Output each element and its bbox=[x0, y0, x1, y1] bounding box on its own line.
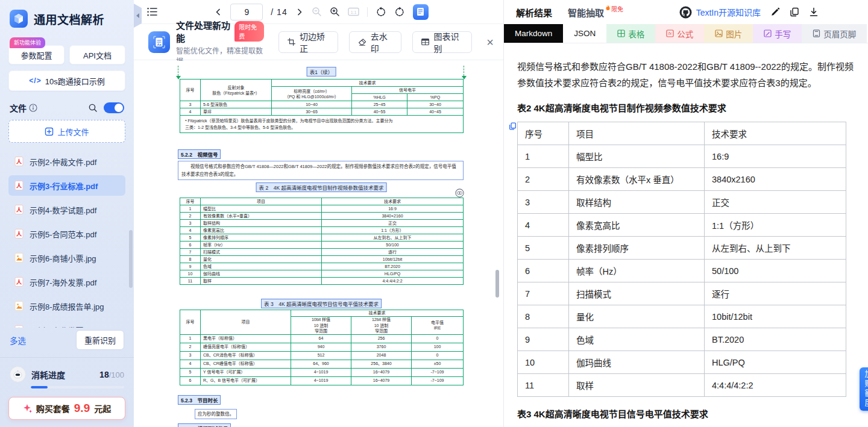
tab-label: 页眉页脚 bbox=[823, 28, 856, 40]
table-row: 6帧率（Hz）50/100 bbox=[518, 260, 846, 282]
tab-tables[interactable]: 表格 bbox=[606, 24, 655, 43]
tab-handwriting[interactable]: 手写 bbox=[753, 24, 802, 43]
zoom-in-icon[interactable] bbox=[330, 7, 340, 17]
table-row: 序号项目技术要求 bbox=[518, 122, 846, 145]
limited-free-badge: 限时免费 bbox=[234, 21, 264, 42]
document-viewer: / 14 1:1 bbox=[134, 0, 503, 427]
upload-icon bbox=[45, 127, 54, 136]
file-item[interactable]: 人示例7-海外发票.pdf bbox=[8, 272, 125, 292]
file-item[interactable]: 人示例4-数学试题.pdf bbox=[8, 199, 125, 220]
api-doc-button[interactable]: API文档 bbox=[69, 45, 125, 64]
remove-watermark-button[interactable]: 去水印 bbox=[349, 31, 401, 53]
tab-markdown[interactable]: Markdown bbox=[504, 24, 563, 43]
buy-plan-button[interactable]: 购买套餐 9.9 元起 bbox=[8, 397, 125, 420]
file-item[interactable]: 示例6-商铺小票.jpg bbox=[8, 248, 125, 268]
tab-smart-extract[interactable]: 智能抽取 限免 bbox=[568, 6, 623, 19]
prev-page-icon[interactable] bbox=[214, 8, 222, 16]
pdf-table3: 序号项目技术要求10bit 样值 10 进制 窄范围12bit 样值 10 进制… bbox=[180, 310, 464, 385]
table-cell: 10bit/12bit bbox=[322, 256, 464, 263]
sidebar-scrollbar-thumb[interactable] bbox=[129, 230, 133, 288]
copy-icon[interactable] bbox=[790, 7, 799, 17]
table-cell: 8 bbox=[180, 256, 201, 263]
zoom-out-icon[interactable] bbox=[312, 7, 322, 17]
image-file-icon bbox=[14, 253, 24, 263]
table-row: 5Y 信号电平（可扩展）4~101916~4079-7~109 bbox=[180, 368, 464, 376]
table-cell: 40~55 bbox=[352, 108, 407, 116]
table-cell: 幅型比 bbox=[569, 145, 705, 168]
table-cell: 信号电平 bbox=[352, 87, 464, 94]
file-name: 示例8-成绩报告单.jpg bbox=[30, 301, 104, 312]
svg-text:Aa: Aa bbox=[157, 42, 162, 46]
table-cell: 取样 bbox=[201, 278, 322, 285]
bonus-quota-button[interactable]: 加赠额度 bbox=[860, 367, 868, 411]
tab-json[interactable]: JSON bbox=[563, 24, 606, 43]
result-paragraph: 视频信号格式和参数应符合GB/T 41808-2022和GB/T 41809--… bbox=[517, 58, 856, 91]
table-row: 9色域BT.2020 bbox=[518, 328, 846, 351]
file-item[interactable]: 人示例2-仲裁文件.pdf bbox=[8, 151, 125, 172]
search-icon[interactable] bbox=[88, 103, 98, 113]
table-row: 5像素排列顺序从左到右、从上到下 bbox=[180, 234, 464, 242]
table-footnote: ᵃ Fitzpatrick（菲茨帕特里克）肤色量表用于皮肤类型的分类，为电视节目… bbox=[180, 116, 464, 133]
table-cell: 5-6 型深肤色 bbox=[201, 101, 272, 108]
actual-size-icon[interactable]: 1:1 bbox=[348, 7, 359, 16]
upload-file-button[interactable]: 上传文件 bbox=[8, 120, 125, 143]
pdf-table1: 序号反射对象 肤色（Fitzpatrick 量表ᵃ）技术要求标称亮度（cd/m²… bbox=[180, 79, 464, 133]
edit-icon[interactable] bbox=[770, 7, 780, 17]
rerecognize-button[interactable]: 重新识别 bbox=[76, 330, 124, 350]
quickstart-button[interactable]: </> 10s跑通接口示例 bbox=[8, 70, 125, 91]
tab-parse-result[interactable]: 解析结果 bbox=[516, 6, 552, 19]
doc-view-mode-button[interactable] bbox=[413, 4, 429, 20]
tab-formulas[interactable]: fx公式 bbox=[655, 24, 704, 43]
next-page-icon[interactable] bbox=[295, 8, 304, 16]
file-item[interactable]: 人示例3-行业标准.pdf bbox=[8, 175, 125, 196]
textin-kb-link[interactable]: TextIn开源知识库 bbox=[679, 6, 761, 19]
table-row: 2有效像素数（水平x 垂直）3840x2160 bbox=[518, 168, 846, 191]
thumbnail-list-icon[interactable] bbox=[147, 7, 157, 16]
tab-header-footer[interactable]: 页眉页脚 bbox=[802, 24, 867, 43]
chart-recognition-button[interactable]: 图表识别 bbox=[412, 31, 472, 53]
tab-images[interactable]: 图片 bbox=[704, 24, 753, 43]
quickstart-label: 10s跑通接口示例 bbox=[45, 75, 105, 87]
document-scrollbar-thumb[interactable] bbox=[495, 270, 499, 298]
edge-crop-label: 切边矫正 bbox=[300, 30, 329, 54]
rotate-right-icon[interactable] bbox=[394, 7, 405, 17]
edge-crop-button[interactable]: 切边矫正 bbox=[278, 31, 338, 53]
close-banner-icon[interactable]: × bbox=[486, 36, 494, 48]
files-label: 文件 bbox=[10, 102, 27, 114]
table-cell: 取样结构 bbox=[201, 220, 322, 227]
table-cell: 8 bbox=[518, 305, 569, 328]
grid-icon bbox=[617, 30, 625, 37]
table-cell: 逐行 bbox=[705, 282, 846, 305]
table-row: 2峰值亮度电平（标称值）9403760100 bbox=[180, 343, 464, 351]
table-cell: 2 bbox=[180, 343, 201, 351]
svg-text:人: 人 bbox=[16, 182, 22, 189]
table-cell: 16~4079 bbox=[351, 376, 412, 385]
feature-banner: Aa 文件处理新功能 限时免费 智能优化文件，精准提取数据 切边矫正 去水印 图… bbox=[134, 24, 503, 60]
file-name: 示例7-海外发票.pdf bbox=[30, 276, 96, 288]
table-cell: 4 bbox=[180, 108, 201, 116]
download-icon[interactable] bbox=[809, 7, 819, 17]
table-cell: 峰值亮度电平（标称值） bbox=[201, 343, 291, 351]
buy-prefix: 购买套餐 bbox=[36, 402, 70, 414]
table-cell: 4:4:4/4:2:2 bbox=[322, 278, 464, 285]
svg-text:1:1: 1:1 bbox=[350, 10, 356, 14]
table-cell: 16:9 bbox=[705, 145, 846, 168]
table-cell: 项目 bbox=[201, 198, 322, 205]
table-copy-icon[interactable] bbox=[509, 122, 517, 132]
rotate-left-icon[interactable] bbox=[376, 7, 386, 17]
table-cell: 正交 bbox=[705, 191, 846, 214]
multi-select-link[interactable]: 多选 bbox=[10, 334, 26, 346]
image-icon bbox=[715, 30, 723, 37]
page-number-input[interactable] bbox=[230, 4, 263, 20]
tab-label: 公式 bbox=[677, 28, 693, 40]
file-filter-toggle[interactable] bbox=[104, 102, 124, 113]
file-item[interactable]: 人示例9-商业发票.pdf bbox=[8, 320, 125, 328]
file-item[interactable]: 人示例5-合同范本.pdf bbox=[8, 223, 125, 244]
table-cell: %PQ bbox=[407, 94, 464, 101]
file-name: 示例5-合同范本.pdf bbox=[30, 228, 96, 240]
table-row: ᵃ Fitzpatrick（菲茨帕特里克）肤色量表用于皮肤类型的分类，为电视节目… bbox=[180, 116, 464, 133]
table-row: 8量化10bit/12bit bbox=[518, 305, 846, 328]
table-cell: 取样 bbox=[569, 374, 705, 397]
file-item[interactable]: 示例8-成绩报告单.jpg bbox=[8, 296, 125, 316]
table-cell: 256 bbox=[351, 334, 412, 343]
